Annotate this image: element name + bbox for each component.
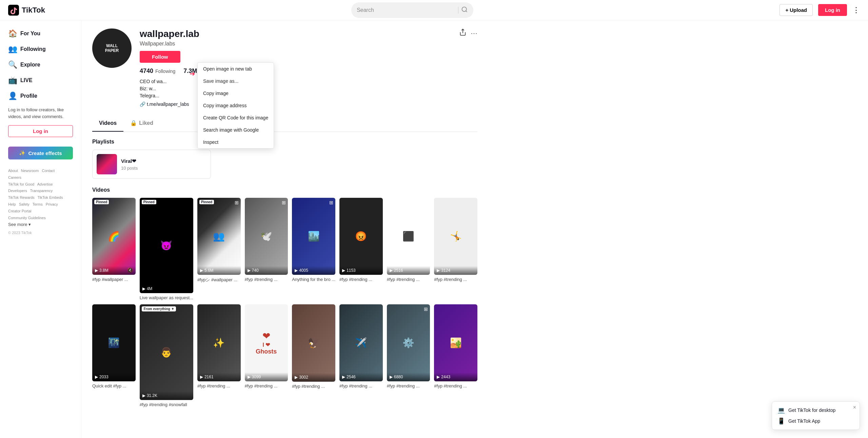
video-card[interactable]: From everything ✦ 👨 ▶ 31.2K #fyp #trendi… [140,304,193,407]
play-icon: ▶ [437,268,440,273]
sidebar-item-explore[interactable]: 🔍 Explore [0,57,81,73]
profile-link-anchor[interactable]: t.me/wallpaper_labs [147,101,189,107]
advertise-link[interactable]: Advertise [37,182,53,186]
tiktok-for-good-link[interactable]: TikTok for Good [8,182,34,186]
video-caption: Anything for the bro ... [292,277,335,282]
video-card[interactable]: 🌃 ▶ 2033 Quick edit #fyp ... [92,304,136,407]
video-view-count: ▶ 2161 [197,373,241,381]
sidebar-footer: About Newsroom Contact Careers TikTok fo… [0,164,81,241]
careers-link[interactable]: Careers [8,175,21,179]
svg-point-1 [462,7,467,12]
tab-liked[interactable]: 🔒 Liked [123,115,160,132]
video-card[interactable]: 😡 ▶ 1153 #fyp #trending ... [339,198,383,300]
video-thumbnail-bg: 👨 [140,304,193,400]
video-view-count: ▶ 3124 [434,266,477,275]
profile-tabs: Videos 🔒 Liked [92,115,477,132]
toast-close-button[interactable]: × [853,404,856,411]
community-guidelines-link[interactable]: Community Guidelines [8,216,46,220]
profile-link: 🔗 t.me/wallpaper_labs [140,101,477,107]
video-thumbnail-bg: 🌈 [92,198,136,275]
privacy-link[interactable]: Privacy [46,202,58,206]
context-copy-address[interactable]: Copy image address [198,99,274,112]
playlist-count: 10 posts [121,166,138,171]
newsroom-link[interactable]: Newsroom [21,169,39,173]
video-card[interactable]: ⬛ ▶ 2516 #fyp #trending ... [387,198,430,300]
search-input[interactable] [357,7,455,13]
sparkle-icon: ✨ [19,150,25,156]
save-icon: ⊞ [235,200,239,205]
play-icon: ▶ [142,286,145,291]
video-thumbnail: 🏜️ ▶ 2443 [434,304,477,381]
video-card[interactable]: 🕊️ ⊞ ▶ 740 #fyp #trending ... [245,198,288,300]
video-caption: #fyp #trending #snowfall [140,402,193,407]
follow-button[interactable]: Follow [140,51,180,63]
help-link[interactable]: Help [8,202,16,206]
profile-container: WALLPAPER wallpaper.lab Wallpaper.labs F… [81,20,488,415]
context-qr-code[interactable]: Create QR Code for this image [198,112,274,124]
video-thumbnail: ⚙️ ⊞ ▶ 6880 [387,304,430,381]
video-card[interactable]: Pinned 👥 ⊞ ▶ 5.6M #fypシ #wallpaper ... [197,198,241,300]
create-effects-button[interactable]: ✨ Create effects [8,147,73,159]
play-icon: ▶ [142,393,145,398]
playlist-card[interactable]: Viral❤ 10 posts [92,150,211,179]
explore-icon: 🔍 [8,60,16,69]
more-options-button[interactable]: ⋮ [852,6,860,15]
video-card[interactable]: 🏜️ ▶ 2443 #fyp #trending ... [434,304,477,407]
rewards-link[interactable]: TikTok Rewards [8,195,35,199]
transparency-link[interactable]: Transparency [30,189,53,193]
context-open-new-tab[interactable]: Open image in new tab [198,63,274,75]
sidebar-item-profile[interactable]: 👤 Profile [0,88,81,104]
video-thumbnail: 🌃 ▶ 2033 [92,304,136,381]
contact-link[interactable]: Contact [42,169,55,173]
video-card[interactable]: ❤ I ❤ Ghosts ▶ 3099 #fyp #trending ... [245,304,288,407]
safety-link[interactable]: Safety [19,202,29,206]
play-icon: ▶ [95,375,98,379]
video-card[interactable]: Pinned 😈 ▶ 4M Live wallpaper as request.… [140,198,193,300]
toast-item-desktop: 💻 Get TikTok for desktop [777,406,854,414]
video-view-count: ▶ 2516 [387,266,430,275]
video-view-count: ▶ 5.6M [197,266,241,275]
videos-grid: Pinned 🌈 🔇 ▶ 3.8M #fyp #wallpaper ... Pi… [92,198,477,407]
profile-bio: CEO of wa...Biz: w...Telegra... [140,78,477,99]
video-thumbnail-bg: ✈️ [339,304,383,381]
video-thumbnail: Pinned 👥 ⊞ ▶ 5.6M [197,198,241,275]
video-caption: #fyp #trending ... [292,384,335,389]
video-card[interactable]: ⚙️ ⊞ ▶ 6880 #fyp #trending ... [387,304,430,407]
login-button[interactable]: Log in [818,4,847,16]
developers-link[interactable]: Developers [8,189,27,193]
video-thumbnail: 😡 ▶ 1153 [339,198,383,275]
video-thumbnail-bg: 😡 [339,198,383,275]
tab-videos[interactable]: Videos [92,115,123,132]
creator-portal-link[interactable]: Creator Portal [8,209,31,213]
share-button[interactable] [459,28,467,38]
context-copy-image[interactable]: Copy image [198,87,274,99]
video-card[interactable]: 🤸 ▶ 3124 #fyp #trending ... [434,198,477,300]
more-profile-button[interactable]: ⋯ [471,28,477,38]
terms-link[interactable]: Terms [33,202,43,206]
embeds-link[interactable]: TikTok Embeds [38,195,63,199]
about-link[interactable]: About [8,169,18,173]
video-card[interactable]: ✨ ▶ 2161 #fyp #trending ... [197,304,241,407]
app-header: TikTok + Upload Log in ⋮ [0,0,868,20]
search-button[interactable] [461,6,468,14]
video-card[interactable]: ✈️ ▶ 2546 #fyp #trending ... [339,304,383,407]
context-search-google[interactable]: Search image with Google [198,124,274,136]
logo[interactable]: TikTok [8,5,45,16]
context-save-image[interactable]: Save image as... [198,75,274,87]
upload-button[interactable]: + Upload [780,4,813,16]
video-thumbnail: ⬛ ▶ 2516 [387,198,430,275]
sidebar-item-live[interactable]: 📺 LIVE [0,73,81,88]
see-more-button[interactable]: See more ▾ [8,222,31,227]
video-card[interactable]: 🏙️ ⊞ ▶ 4005 Anything for the bro ... [292,198,335,300]
sidebar-item-following[interactable]: 👥 Following [0,41,81,57]
playlist-thumbnail [97,154,117,174]
video-card[interactable]: Pinned 🌈 🔇 ▶ 3.8M #fyp #wallpaper ... [92,198,136,300]
context-inspect[interactable]: Inspect [198,136,274,148]
main-content: WALLPAPER wallpaper.lab Wallpaper.labs F… [81,20,868,415]
video-card[interactable]: 🦅 ▶ 3002 #fyp #trending ... [292,304,335,407]
video-thumbnail-bg: 👥 [197,198,241,275]
sidebar-item-for-you[interactable]: 🏠 For You [0,26,81,41]
link-icon: 🔗 [140,101,145,107]
video-caption: #fyp #trending ... [197,383,241,388]
sidebar-login-button[interactable]: Log in [8,125,73,137]
